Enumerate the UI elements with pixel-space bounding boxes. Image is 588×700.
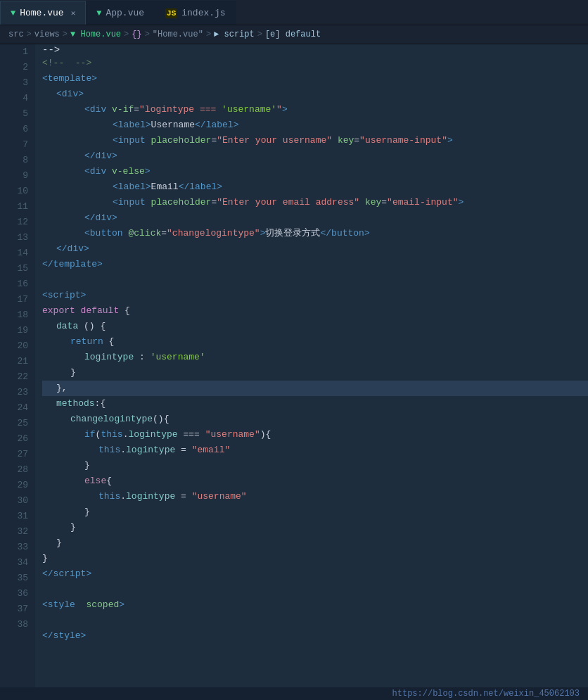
ln-21: 21 xyxy=(0,354,28,369)
vue-icon: ▼ xyxy=(11,8,15,18)
code-line-32: } xyxy=(42,535,588,551)
code-line-37 xyxy=(42,613,588,628)
code-line-16: <script> xyxy=(42,288,588,303)
breadcrumb-sep1: > xyxy=(27,30,32,39)
code-line-31: } xyxy=(42,520,588,535)
ln-37: 37 xyxy=(0,602,28,617)
tab-bar: ▼ Home.vue ✕ ▼ App.vue JS index.js xyxy=(0,0,588,25)
breadcrumb-default: [e] default xyxy=(265,30,321,39)
ln-17: 17 xyxy=(0,292,28,307)
code-line-11: </div> xyxy=(42,210,588,226)
tab-home-vue[interactable]: ▼ Home.vue ✕ xyxy=(0,1,86,25)
code-line-3: <div> xyxy=(42,87,588,102)
editor: 1 2 3 4 5 6 7 8 9 10 11 12 13 14 15 16 1… xyxy=(0,44,588,688)
code-line-20: logintype : 'username' xyxy=(42,350,588,365)
code-line-7: </div> xyxy=(42,148,588,164)
tab-app-vue[interactable]: ▼ App.vue xyxy=(86,1,155,25)
ln-20: 20 xyxy=(0,338,28,354)
tag: < xyxy=(84,102,90,117)
code-line-18: data () { xyxy=(42,319,588,334)
code-line-23: methods:{ xyxy=(42,396,588,412)
ln-28: 28 xyxy=(0,462,28,478)
tab-label: Home.vue xyxy=(20,8,63,18)
code-line-19: return { xyxy=(42,334,588,350)
ln-2: 2 xyxy=(0,60,28,75)
code-line-30: } xyxy=(42,504,588,520)
code-line-22: }, xyxy=(42,381,588,396)
ln-35: 35 xyxy=(0,571,28,586)
code-line-6: <input placeholder="Enter your username"… xyxy=(42,133,588,148)
status-url: https://blog.csdn.net/weixin_45062103 xyxy=(392,689,580,699)
ln-7: 7 xyxy=(0,137,28,153)
ln-3: 3 xyxy=(0,75,28,91)
tab-index-js[interactable]: JS index.js xyxy=(155,1,236,25)
breadcrumb: src > views > ▼ Home.vue > {} > "Home.vu… xyxy=(0,25,588,44)
ln-24: 24 xyxy=(0,400,28,416)
code-line-38: </style> xyxy=(42,628,588,644)
breadcrumb-src: src xyxy=(8,30,24,39)
code-line-27: } xyxy=(42,458,588,473)
tag-template-open: <template> xyxy=(42,71,97,87)
code-line-36: <style scoped> xyxy=(42,597,588,613)
line-numbers: 1 2 3 4 5 6 7 8 9 10 11 12 13 14 15 16 1… xyxy=(0,44,35,688)
breadcrumb-filename: "Home.vue" xyxy=(153,30,203,39)
status-bar: https://blog.csdn.net/weixin_45062103 xyxy=(0,687,588,700)
ln-6: 6 xyxy=(0,122,28,137)
ln-34: 34 xyxy=(0,555,28,571)
tag-div1-open: <div> xyxy=(56,87,84,102)
breadcrumb-obj: {} xyxy=(132,30,141,39)
code-line-34: </script> xyxy=(42,566,588,582)
ln-10: 10 xyxy=(0,184,28,199)
code-line-8: <div v-else> xyxy=(42,164,588,179)
ln-23: 23 xyxy=(0,385,28,400)
ln-19: 19 xyxy=(0,323,28,338)
breadcrumb-views: views xyxy=(34,30,60,39)
ln-31: 31 xyxy=(0,509,28,524)
code-line-29: this.logintype = "username" xyxy=(42,489,588,504)
code-line-35 xyxy=(42,582,588,597)
ln-27: 27 xyxy=(0,447,28,462)
ln-11: 11 xyxy=(0,199,28,215)
ln-38: 38 xyxy=(0,617,28,632)
code-line-25: if(this.logintype === "username"){ xyxy=(42,427,588,443)
ln-32: 32 xyxy=(0,524,28,540)
code-line-5: <label>Username</label> xyxy=(42,117,588,133)
tab-index-label: index.js xyxy=(181,8,225,18)
ln-22: 22 xyxy=(0,369,28,385)
comment: <!-- --> xyxy=(42,56,91,71)
breadcrumb-sep6: > xyxy=(257,30,262,39)
ln-4: 4 xyxy=(0,91,28,106)
ln-12: 12 xyxy=(0,215,28,230)
code-line-12: <button @click="changelogintype">切换登录方式<… xyxy=(42,226,588,241)
ln-30: 30 xyxy=(0,493,28,509)
code-line-2: <template> xyxy=(42,71,588,87)
breadcrumb-sep2: > xyxy=(63,30,68,39)
ln-13: 13 xyxy=(0,230,28,246)
code-line-1: <!-- --> xyxy=(42,56,588,71)
breadcrumb-sep5: > xyxy=(206,30,211,39)
breadcrumb-sep3: > xyxy=(124,30,129,39)
tab-close-button[interactable]: ✕ xyxy=(71,8,76,18)
code-line-26: this.logintype = "email" xyxy=(42,443,588,458)
ln-1: 1 xyxy=(0,44,28,60)
ln-5: 5 xyxy=(0,106,28,122)
ln-29: 29 xyxy=(0,478,28,493)
breadcrumb-sep4: > xyxy=(145,30,150,39)
tab-app-label: App.vue xyxy=(106,8,144,18)
code-area[interactable]: --> <!-- --> <template> <div> <div v-if=… xyxy=(35,44,588,688)
code-line-33: } xyxy=(42,551,588,566)
js-icon: JS xyxy=(165,8,177,18)
ln-18: 18 xyxy=(0,307,28,323)
ln-25: 25 xyxy=(0,416,28,431)
code-line-14: </template> xyxy=(42,257,588,272)
code-line-9: <label>Email</label> xyxy=(42,179,588,195)
code-line-10: <input placeholder="Enter your email add… xyxy=(42,195,588,210)
code-line-13: </div> xyxy=(42,241,588,257)
code-line-4: <div v-if="logintype === 'username'"> xyxy=(42,102,588,117)
vue-icon-2: ▼ xyxy=(96,8,101,18)
ln-16: 16 xyxy=(0,276,28,292)
ln-26: 26 xyxy=(0,431,28,447)
code-line-15 xyxy=(42,272,588,288)
ln-8: 8 xyxy=(0,153,28,168)
ln-36: 36 xyxy=(0,586,28,602)
